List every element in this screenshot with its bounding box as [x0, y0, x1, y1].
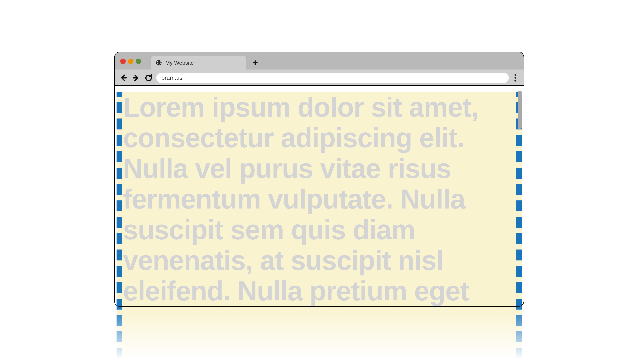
address-bar[interactable]: bram.us: [156, 73, 509, 83]
webpage-content: Lorem ipsum dolor sit amet, consectetur …: [116, 86, 522, 362]
reload-button[interactable]: [144, 73, 154, 83]
kebab-dot: [514, 74, 516, 76]
toolbar: bram.us: [115, 69, 524, 86]
tab-title: My Website: [165, 60, 194, 66]
back-button[interactable]: [119, 73, 128, 83]
minimize-window-icon[interactable]: [128, 58, 134, 64]
body-text: Lorem ipsum dolor sit amet, consectetur …: [122, 92, 516, 306]
window-controls[interactable]: [120, 58, 141, 64]
maximize-window-icon[interactable]: [136, 58, 141, 64]
favicon-icon: [156, 59, 162, 66]
kebab-dot: [514, 77, 516, 79]
url-text: bram.us: [162, 74, 182, 81]
new-tab-button[interactable]: +: [250, 58, 260, 67]
scrollbar[interactable]: [518, 88, 522, 303]
scrollbar-thumb[interactable]: [518, 91, 522, 129]
plus-icon: +: [252, 57, 258, 68]
tab-strip: My Website +: [115, 52, 524, 69]
browser-chrome: My Website + bram.us: [114, 52, 524, 86]
tab-my-website[interactable]: My Website: [151, 56, 246, 69]
forward-button[interactable]: [131, 73, 141, 83]
menu-button[interactable]: [512, 73, 519, 83]
kebab-dot: [514, 80, 516, 82]
close-window-icon[interactable]: [120, 58, 126, 64]
